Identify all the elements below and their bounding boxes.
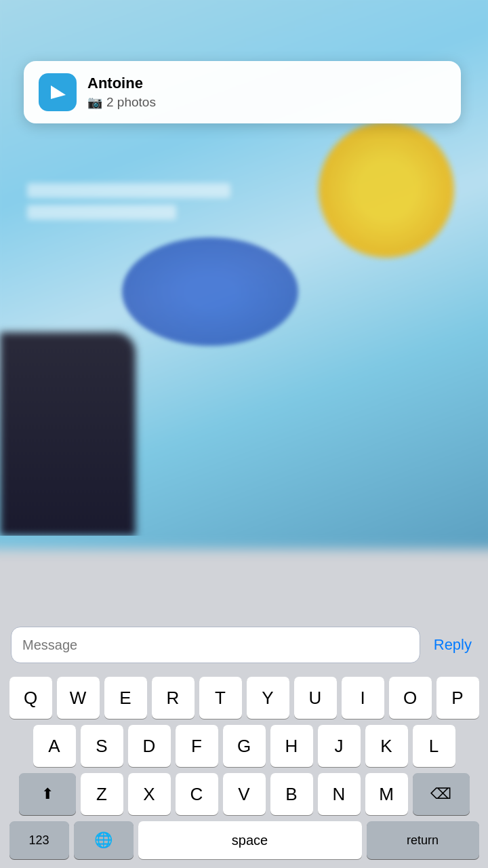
notification-subtitle-text: 2 photos	[106, 95, 156, 110]
key-q[interactable]: Q	[9, 677, 52, 719]
key-i[interactable]: I	[342, 677, 384, 719]
keyboard: Q W E R T Y U I O P A S D F G H J K L ⬆	[0, 671, 488, 868]
shift-icon: ⬆	[41, 785, 54, 803]
key-p[interactable]: P	[436, 677, 479, 719]
delete-icon: ⌫	[430, 785, 451, 803]
key-f[interactable]: F	[176, 725, 218, 767]
keyboard-row-2: A S D F G H J K L	[3, 725, 485, 767]
key-l[interactable]: L	[413, 725, 455, 767]
message-row: Reply	[0, 618, 488, 671]
key-d[interactable]: D	[128, 725, 171, 767]
reply-button[interactable]: Reply	[428, 633, 477, 656]
key-u[interactable]: U	[294, 677, 337, 719]
key-n[interactable]: N	[318, 773, 361, 815]
key-x[interactable]: X	[128, 773, 171, 815]
keyboard-row-4: 123 🌐 space return	[3, 821, 485, 859]
numbers-key[interactable]: 123	[9, 821, 69, 859]
keyboard-row-3: ⬆ Z X C V B N M ⌫	[3, 773, 485, 815]
space-label: space	[232, 833, 268, 848]
key-r[interactable]: R	[152, 677, 195, 719]
notification-subtitle: 📷 2 photos	[87, 95, 446, 110]
key-j[interactable]: J	[318, 725, 361, 767]
space-key[interactable]: space	[138, 821, 362, 859]
key-a[interactable]: A	[33, 725, 76, 767]
message-input[interactable]	[11, 627, 420, 663]
key-v[interactable]: V	[223, 773, 266, 815]
key-k[interactable]: K	[365, 725, 408, 767]
key-t[interactable]: T	[199, 677, 242, 719]
key-y[interactable]: Y	[247, 677, 289, 719]
notification-text: Antoine 📷 2 photos	[87, 75, 446, 109]
bottom-area: Reply Q W E R T Y U I O P A S D F G H J …	[0, 618, 488, 868]
keyboard-row-1: Q W E R T Y U I O P	[3, 677, 485, 719]
sender-name: Antoine	[87, 75, 446, 92]
return-key[interactable]: return	[367, 821, 479, 859]
key-c[interactable]: C	[176, 773, 218, 815]
key-s[interactable]: S	[81, 725, 123, 767]
telegram-app-icon	[39, 73, 77, 111]
camera-icon: 📷	[87, 95, 102, 110]
key-o[interactable]: O	[389, 677, 432, 719]
yellow-shape	[319, 122, 454, 258]
key-m[interactable]: M	[365, 773, 408, 815]
blue-oval-shape	[122, 237, 298, 346]
notification-card[interactable]: Antoine 📷 2 photos	[24, 61, 461, 123]
key-w[interactable]: W	[57, 677, 100, 719]
key-g[interactable]: G	[223, 725, 266, 767]
key-e[interactable]: E	[104, 677, 147, 719]
numbers-label: 123	[28, 833, 49, 848]
return-label: return	[407, 833, 439, 848]
globe-key[interactable]: 🌐	[74, 821, 134, 859]
blurred-text-area	[27, 183, 244, 226]
globe-icon: 🌐	[94, 831, 113, 849]
blur-text-line-2	[27, 205, 176, 220]
dark-bottom-shape	[0, 332, 136, 536]
delete-key[interactable]: ⌫	[413, 773, 470, 815]
shift-key[interactable]: ⬆	[19, 773, 76, 815]
blur-text-line-1	[27, 183, 230, 198]
key-b[interactable]: B	[270, 773, 313, 815]
key-z[interactable]: Z	[81, 773, 123, 815]
telegram-arrow-icon	[51, 85, 66, 99]
key-h[interactable]: H	[270, 725, 313, 767]
